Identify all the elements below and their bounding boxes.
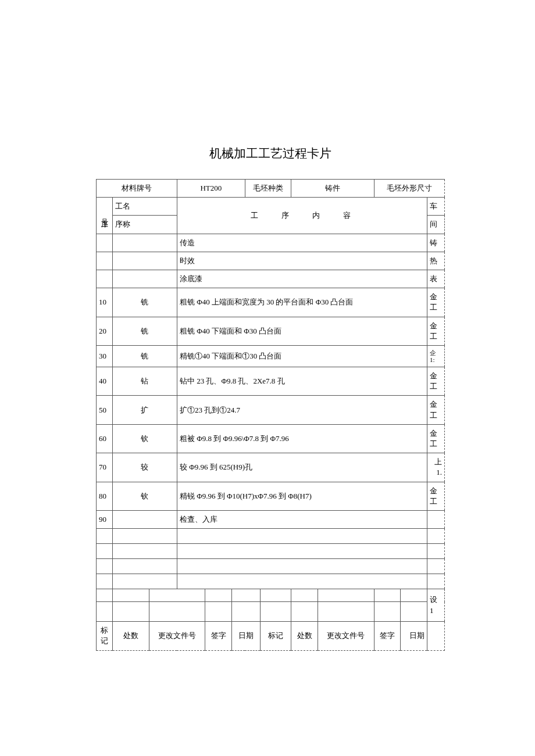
table-row: 20 铣 粗铣 Φ40 下端面和 Φ30 凸台面 金工 (97, 317, 445, 345)
column-header-row-1: 工序号 工名 工序内容 车 (97, 198, 445, 216)
table-row: 30 铣 精铣①40 下端面和①30 凸台面 企 1: (97, 345, 445, 367)
cell-ws: 企 1: (427, 345, 445, 367)
table-row: 80 钦 精锐 Φ9.96 到 Φ10(H7)xΦ7.96 到 Φ8(H7) 金… (97, 482, 445, 510)
table-header-row: 材料牌号 HT200 毛坯种类 铸件 毛坯外形尺寸 (97, 180, 445, 198)
cell-no: 40 (97, 367, 113, 396)
cell-no (97, 234, 113, 252)
page-title: 机械加工工艺过程卡片 (96, 145, 445, 162)
table-row: 70 较 较 Φ9.96 到 625(H9)孔 上 1. (97, 453, 445, 482)
cell-ws: 金工 (427, 317, 445, 345)
cell-content: 粗铣 Φ40 上端面和宽度为 30 的平台面和 Φ30 凸台面 (177, 288, 427, 317)
table-row: 涂底漆 表 (97, 270, 445, 288)
footer-date: 日期 (231, 622, 260, 650)
cell-content: 粗被 Φ9.8 到 Φ9.96\Φ7.8 到 Φ7.96 (177, 424, 427, 453)
material-label: 材料牌号 (97, 180, 177, 198)
table-row: 传造 铸 (97, 234, 445, 252)
col-op-name-2: 序称 (113, 216, 177, 234)
col-op-no: 工序号 (97, 198, 113, 234)
cell-no (97, 252, 113, 270)
material-value: HT200 (177, 180, 245, 198)
cell-content: 扩①23 孔到①24.7 (177, 396, 427, 424)
table-row (97, 574, 445, 589)
cell-ws: 金工 (427, 482, 445, 510)
cell-content: 时效 (177, 252, 427, 270)
process-card-table: 材料牌号 HT200 毛坯种类 铸件 毛坯外形尺寸 工序号 工名 工序内容 车 … (96, 179, 445, 651)
cell-ws: 表 (427, 270, 445, 288)
footer-count-2: 处数 (291, 622, 318, 650)
cell-no: 10 (97, 288, 113, 317)
cell-no (97, 270, 113, 288)
cell-no: 20 (97, 317, 113, 345)
cell-name: 较 (113, 453, 177, 482)
cell-name (113, 234, 177, 252)
table-row (97, 559, 445, 574)
cell-name: 铣 (113, 288, 177, 317)
footer-row-1: 设 1 (97, 589, 445, 602)
footer-row-2 (97, 602, 445, 622)
table-row: 时效 热 (97, 252, 445, 270)
footer-sign: 签字 (205, 622, 232, 650)
cell-name (113, 270, 177, 288)
blank-type-value: 铸件 (291, 180, 374, 198)
cell-content: 钻中 23 孔、Φ9.8 孔、2Xe7.8 孔 (177, 367, 427, 396)
footer-she1: 设 1 (427, 589, 445, 622)
blank-size-label: 毛坯外形尺寸 (374, 180, 444, 198)
table-row: 60 钦 粗被 Φ9.8 到 Φ9.96\Φ7.8 到 Φ7.96 金工 (97, 424, 445, 453)
cell-name: 铣 (113, 345, 177, 367)
cell-name: 钦 (113, 424, 177, 453)
cell-name: 扩 (113, 396, 177, 424)
col-op-name-1: 工名 (113, 198, 177, 216)
cell-content: 传造 (177, 234, 427, 252)
cell-ws: 金工 (427, 367, 445, 396)
cell-no: 80 (97, 482, 113, 510)
col-process-content: 工序内容 (177, 198, 427, 234)
cell-content: 粗铣 Φ40 下端面和 Φ30 凸台面 (177, 317, 427, 345)
cell-name: 钦 (113, 482, 177, 510)
cell-content: 检查、入库 (177, 510, 427, 528)
table-row: 10 铣 粗铣 Φ40 上端面和宽度为 30 的平台面和 Φ30 凸台面 金工 (97, 288, 445, 317)
table-row: 50 扩 扩①23 孔到①24.7 金工 (97, 396, 445, 424)
table-row (97, 529, 445, 544)
footer-count: 处数 (113, 622, 149, 650)
cell-content: 精铣①40 下端面和①30 凸台面 (177, 345, 427, 367)
cell-ws: 金工 (427, 288, 445, 317)
cell-no: 60 (97, 424, 113, 453)
cell-no: 70 (97, 453, 113, 482)
footer-change-file-2: 更改文件号 (318, 622, 374, 650)
footer-empty (427, 622, 445, 650)
table-row: 90 检查、入库 (97, 510, 445, 528)
cell-no: 30 (97, 345, 113, 367)
col-workshop-1: 车 (427, 198, 445, 216)
blank-type-label: 毛坯种类 (245, 180, 291, 198)
cell-content: 较 Φ9.96 到 625(H9)孔 (177, 453, 427, 482)
footer-date-2: 日期 (401, 622, 427, 650)
footer-change-file: 更改文件号 (149, 622, 205, 650)
cell-content: 涂底漆 (177, 270, 427, 288)
cell-ws: 金工 (427, 396, 445, 424)
cell-name: 钻 (113, 367, 177, 396)
footer-labels-row: 标记 处数 更改文件号 签字 日期 标记 处数 更改文件号 签字 日期 (97, 622, 445, 650)
footer-sign-2: 签字 (374, 622, 401, 650)
cell-name (113, 252, 177, 270)
cell-no: 50 (97, 396, 113, 424)
cell-ws: 铸 (427, 234, 445, 252)
cell-ws: 金工 (427, 424, 445, 453)
cell-content: 精锐 Φ9.96 到 Φ10(H7)xΦ7.96 到 Φ8(H7) (177, 482, 427, 510)
cell-ws: 热 (427, 252, 445, 270)
table-row: 40 钻 钻中 23 孔、Φ9.8 孔、2Xe7.8 孔 金工 (97, 367, 445, 396)
cell-ws (427, 510, 445, 528)
table-row (97, 544, 445, 559)
cell-no: 90 (97, 510, 113, 528)
cell-ws: 上 1. (427, 453, 445, 482)
footer-mark: 标记 (97, 622, 113, 650)
col-workshop-2: 间 (427, 216, 445, 234)
cell-name: 铣 (113, 317, 177, 345)
footer-mark-2: 标记 (261, 622, 291, 650)
cell-name (113, 510, 177, 528)
